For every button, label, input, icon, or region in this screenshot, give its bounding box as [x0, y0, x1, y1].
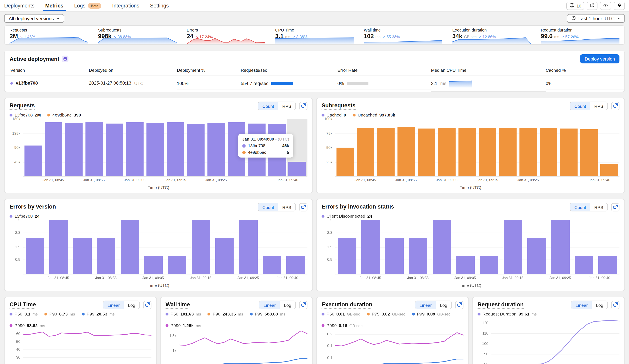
toggle-log[interactable]: Log: [124, 301, 140, 309]
stat-wall-time[interactable]: Wall time102ms↗ 55.38%: [359, 26, 447, 44]
workers-app-button[interactable]: [614, 1, 625, 10]
legend-item-p99[interactable]: P990.08GB-sec: [412, 311, 450, 316]
legend-item-p99[interactable]: P99588.08ms: [250, 311, 285, 316]
legend-item-uncached[interactable]: Uncached997.83k: [353, 112, 395, 117]
bar-slot[interactable]: [572, 220, 596, 274]
legend-item-4e9db5ac[interactable]: 4e9db5ac390: [47, 112, 81, 117]
open-worker-button[interactable]: [587, 1, 598, 10]
bar-slot[interactable]: [548, 220, 572, 274]
bar-slot[interactable]: [454, 220, 477, 274]
bar-slot[interactable]: [416, 119, 437, 176]
bar-slot[interactable]: [477, 119, 498, 176]
toggle-linear[interactable]: Linear: [260, 301, 280, 309]
legend-item-p50[interactable]: P500.01GB-sec: [321, 311, 360, 316]
tab-integrations[interactable]: Integrations: [112, 0, 140, 11]
tab-metrics[interactable]: Metrics: [45, 0, 63, 11]
bar-slot[interactable]: [64, 119, 84, 176]
toggle-linear[interactable]: Linear: [416, 301, 436, 309]
bar-slot[interactable]: [44, 119, 64, 176]
bar-slot[interactable]: [142, 220, 165, 274]
chart-plot[interactable]: [335, 220, 620, 274]
bar-slot[interactable]: [186, 119, 206, 176]
toggle-rps[interactable]: RPS: [590, 102, 608, 110]
bar-slot[interactable]: [84, 119, 105, 176]
bar-slot[interactable]: [558, 119, 579, 176]
bar-slot[interactable]: [518, 119, 538, 176]
legend-item-cached[interactable]: Cached0: [321, 112, 346, 117]
bar-slot[interactable]: [501, 220, 525, 274]
bar-slot[interactable]: [47, 220, 71, 274]
expand-chart-button[interactable]: [611, 102, 620, 110]
bar-slot[interactable]: [579, 119, 599, 176]
bar-slot[interactable]: [437, 119, 457, 176]
legend-item-p999[interactable]: P9990.16GB-sec: [321, 323, 362, 328]
stat-subrequests[interactable]: Subrequests998k↘ 38.88%: [93, 26, 182, 44]
toggle-rps[interactable]: RPS: [278, 203, 296, 211]
toggle-log[interactable]: Log: [436, 301, 452, 309]
globe-routes-button[interactable]: 10: [567, 1, 584, 10]
tab-settings[interactable]: Settings: [150, 0, 169, 11]
chart-plot[interactable]: [335, 330, 464, 364]
bar-slot[interactable]: [356, 119, 376, 176]
bar-slot[interactable]: [165, 119, 186, 176]
chart-plot[interactable]: [23, 330, 152, 364]
legend-item-p99[interactable]: P9920.53ms: [82, 311, 115, 316]
toggle-log[interactable]: Log: [592, 301, 608, 309]
legend-item-client-disconnected[interactable]: Client Disconnected24: [321, 214, 372, 219]
bar-slot[interactable]: [213, 220, 236, 274]
stat-requests[interactable]: Requests2M↘ 1.46%: [4, 26, 93, 44]
bar-slot[interactable]: [477, 220, 501, 274]
bar-slot[interactable]: [145, 119, 165, 176]
version-filter-dropdown[interactable]: All deployed versions: [4, 14, 64, 23]
deploy-version-button[interactable]: Deploy version: [580, 54, 620, 63]
legend-item-p999[interactable]: P9991.25kms: [165, 323, 201, 328]
bar-slot[interactable]: [165, 220, 189, 274]
bar-slot[interactable]: [599, 119, 620, 176]
bar-slot[interactable]: [206, 119, 226, 176]
stat-errors[interactable]: Errors24↘ 17.24%: [182, 26, 270, 44]
bar-slot[interactable]: [118, 220, 142, 274]
chart-plot[interactable]: [179, 330, 308, 364]
bar-slot[interactable]: [284, 220, 308, 274]
bar-slot[interactable]: [430, 220, 454, 274]
code-editor-button[interactable]: [600, 1, 611, 10]
bar-slot[interactable]: [335, 220, 359, 274]
toggle-count[interactable]: Count: [570, 102, 590, 110]
bar-slot[interactable]: [189, 220, 213, 274]
legend-item-13fbe708[interactable]: 13fbe70824: [9, 214, 40, 219]
bar-slot[interactable]: [23, 119, 44, 176]
expand-chart-button[interactable]: [299, 203, 308, 211]
legend-item-13fbe708[interactable]: 13fbe7082M: [9, 112, 41, 117]
bar-slot[interactable]: [260, 220, 284, 274]
bar-slot[interactable]: [498, 119, 518, 176]
expand-chart-button[interactable]: [455, 301, 464, 309]
toggle-linear[interactable]: Linear: [104, 301, 124, 309]
bar-slot[interactable]: [71, 220, 94, 274]
bar-slot[interactable]: [23, 220, 47, 274]
expand-chart-button[interactable]: [143, 301, 152, 309]
legend-item-p75[interactable]: P750.02GB-sec: [367, 311, 405, 316]
toggle-linear[interactable]: Linear: [572, 301, 592, 309]
stat-request-duration[interactable]: Request duration99.6ms↗ 57.26%: [536, 26, 625, 44]
expand-chart-button[interactable]: [299, 301, 308, 309]
bar-slot[interactable]: [236, 220, 260, 274]
toggle-log[interactable]: Log: [280, 301, 296, 309]
version-link[interactable]: v13fbe708: [16, 80, 38, 86]
bar-slot[interactable]: [525, 220, 548, 274]
deployment-versions-icon[interactable]: [62, 56, 68, 62]
toggle-count[interactable]: Count: [258, 102, 278, 110]
bar-slot[interactable]: [406, 220, 430, 274]
bar-slot[interactable]: [596, 220, 620, 274]
chart-plot[interactable]: [335, 119, 620, 177]
stat-cpu-time[interactable]: CPU Time3.1ms↗ 3.38%: [270, 26, 359, 44]
bar-slot[interactable]: [538, 119, 558, 176]
expand-chart-button[interactable]: [299, 102, 308, 110]
bar-slot[interactable]: [376, 119, 396, 176]
legend-item-p999[interactable]: P99958.62ms: [9, 323, 45, 328]
bar-slot[interactable]: [396, 119, 417, 176]
legend-item-request-duration[interactable]: Request Duration99.61ms: [477, 311, 537, 316]
chart-plot[interactable]: [23, 220, 308, 274]
bar-slot[interactable]: [383, 220, 406, 274]
toggle-rps[interactable]: RPS: [590, 203, 608, 211]
legend-item-p50[interactable]: P50101.63ms: [165, 311, 201, 316]
